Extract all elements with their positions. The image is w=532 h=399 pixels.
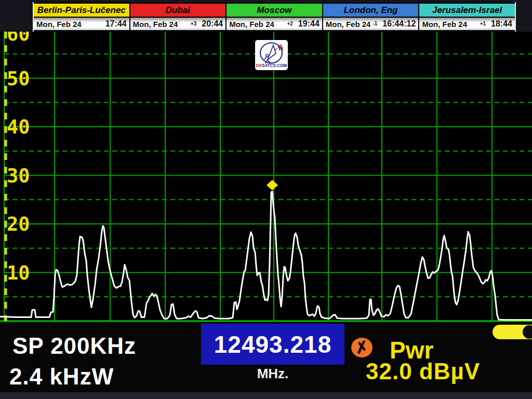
utc-offset: +3 [191,21,202,26]
clock-time-row: Mon, Feb 24-116:44:12 [323,18,419,30]
span-label: SP 200KHz [12,335,136,357]
clock-cell: Jerusalem-IsraelMon, Feb 24+118:44 [418,4,515,30]
y-axis-label: 50 [7,68,30,90]
spectrum-chart: 102030405060 DXSATCS.COM [0,32,532,323]
slider-knob-icon[interactable] [523,325,532,339]
y-axis-label: 30 [7,165,30,187]
world-clock-bar: Berlin-Paris-LučenecMon, Feb 2417:44Duba… [33,2,516,32]
clock-date: Mon, Feb 24 [326,20,371,29]
utc-offset: -1 [373,21,382,26]
y-axis-label: 60 [7,32,30,45]
frequency-unit-label: MHz. [201,367,344,380]
clock-time: 18:44 [491,19,512,29]
clock-time: 20:44 [202,19,223,29]
clock-time: 17:44 [105,19,127,29]
clock-time-row: Mon, Feb 24+320:44 [130,18,226,30]
clock-date: Mon, Feb 24 [133,20,178,29]
utc-offset: +1 [480,21,491,26]
resolution-label: 2.4 kHzW [9,365,114,388]
clock-cell: DubaiMon, Feb 24+320:44 [129,4,226,30]
clock-time: 16:44:12 [382,19,416,29]
utc-offset: +2 [287,21,298,26]
spectrum-trace [0,191,532,320]
svg-text:DXSATCS.COM: DXSATCS.COM [256,63,287,68]
clock-time-row: Mon, Feb 2417:44 [34,18,129,30]
clock-time-row: Mon, Feb 24+118:44 [419,18,515,30]
clock-time-row: Mon, Feb 24+219:44 [227,18,322,30]
clock-city-label: Berlin-Paris-Lučenec [34,4,129,18]
bottom-margin-strip [0,392,532,399]
clock-city-label: London, Eng [323,4,419,18]
y-axis-label: 20 [7,213,30,235]
clock-time: 19:44 [298,19,320,29]
y-axis-label: 10 [7,262,30,284]
clock-date: Mon, Feb 24 [36,20,82,29]
clock-cell: London, EngMon, Feb 24-116:44:12 [322,4,419,30]
clock-city-label: Moscow [227,4,322,18]
utc-offset [100,21,105,26]
dxsatcs-logo: DXSATCS.COM [255,40,288,70]
clock-date: Mon, Feb 24 [422,20,467,29]
spectrum-plot: 102030405060 [0,32,532,323]
clock-cell: MoscowMon, Feb 24+219:44 [225,4,322,30]
cancel-icon-glyph: ✗ [354,339,370,357]
frequency-value: 12493.218 [214,332,331,356]
clock-city-label: Jerusalem-Israel [419,4,515,18]
clock-date: Mon, Feb 24 [229,20,274,29]
clock-city-label: Dubai [130,4,226,18]
clock-cell: Berlin-Paris-LučenecMon, Feb 2417:44 [34,4,129,30]
level-slider[interactable] [493,325,532,339]
peak-marker-icon [267,180,278,190]
readout-panel: SP 200KHz 2.4 kHzW 12493.218 MHz. ✗ Pwr … [0,323,532,392]
satellite-dish-icon: DXSATCS.COM [256,41,287,69]
power-value: 32.0 dBµV [366,360,480,383]
frequency-display: 12493.218 [201,324,344,365]
y-axis-label: 40 [7,116,30,138]
cancel-icon[interactable]: ✗ [351,338,373,357]
